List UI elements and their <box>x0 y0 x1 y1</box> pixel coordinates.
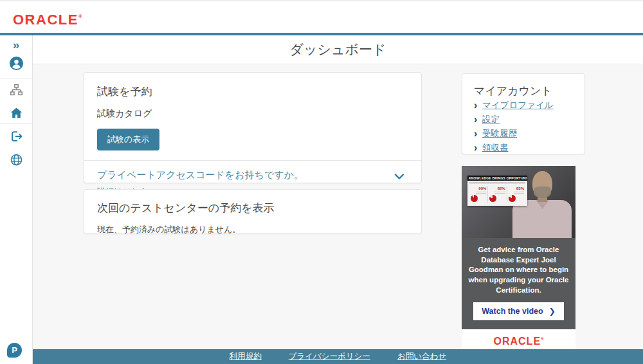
promo-message: Get advice from Oracle Database Expert J… <box>462 238 575 295</box>
home-icon[interactable] <box>0 106 32 120</box>
appointments-card: 次回のテストセンターの予約を表示 現在、予約済みの試験はありません。 <box>84 189 422 234</box>
content-area: 試験を予約 試験カタログ 試験の表示 プライベートアクセスコードをお持ちですか。… <box>33 64 643 349</box>
appointments-title: 次回のテストセンターの予約を表示 <box>97 201 408 215</box>
my-account-link-row[interactable]: › 受験履歴 <box>474 127 573 141</box>
slide-stat-column: 90% <box>469 186 487 203</box>
slide-title: KNOWLEDGE BRINGS OPPORTUNITY <box>467 176 527 181</box>
sitemap-icon[interactable] <box>0 83 32 96</box>
book-exam-card: 試験を予約 試験カタログ 試験の表示 プライベートアクセスコードをお持ちですか。… <box>84 72 422 183</box>
my-account-link-row[interactable]: › 領収書 <box>474 141 573 155</box>
stat-caption-line <box>476 192 486 192</box>
stat-caption-line <box>514 192 524 192</box>
appointments-empty-message: 現在、予約済みの試験はありません。 <box>97 224 408 235</box>
my-profile-link[interactable]: マイプロファイル <box>482 100 554 111</box>
stat-value: 83% <box>509 187 524 191</box>
slide-subtext-lines <box>469 182 525 185</box>
sidebar-expand-icon[interactable]: » <box>0 38 32 52</box>
my-account-link-row[interactable]: › マイプロファイル <box>474 98 573 113</box>
slide-stats-row: 90% 82% <box>469 186 525 203</box>
logout-icon[interactable] <box>0 129 32 143</box>
presenter-beard <box>534 187 551 198</box>
sidebar-divider <box>0 78 32 78</box>
my-account-card: マイアカウント › マイプロファイル › 設定 › 受験履歴 › 領収書 <box>462 73 585 154</box>
my-account-link-row[interactable]: › 設定 <box>474 113 573 127</box>
sidebar: » P <box>0 35 33 364</box>
slide-stat-column: 82% <box>487 186 506 203</box>
registered-mark: ® <box>541 337 543 341</box>
pie-chart-icon <box>509 195 516 202</box>
oracle-logo: ORACLE® <box>13 9 82 28</box>
privacy-policy-link[interactable]: プライバシーポリシー <box>289 351 370 362</box>
stat-caption-line <box>476 193 486 194</box>
main-area: ダッシュボード 試験を予約 試験カタログ 試験の表示 プライベートアクセスコード… <box>33 35 643 364</box>
promo-oracle-logo: ORACLE® <box>462 329 575 349</box>
stat-caption-line <box>494 192 505 192</box>
stat-value: 82% <box>489 187 505 191</box>
sidebar-divider <box>0 123 32 124</box>
page-title: ダッシュボード <box>33 35 643 64</box>
video-promo-banner[interactable]: KNOWLEDGE BRINGS OPPORTUNITY 90% 82% <box>462 166 575 353</box>
chevron-right-icon: › <box>474 141 482 154</box>
slide-stat-column: 83% <box>507 186 525 203</box>
view-exams-button[interactable]: 試験の表示 <box>97 129 159 150</box>
pearson-logo[interactable]: P <box>7 343 22 358</box>
watch-video-button[interactable]: Watch the video❯ <box>473 302 563 320</box>
profile-icon[interactable] <box>0 56 32 71</box>
exam-catalog-label: 試験カタログ <box>97 108 408 120</box>
receipts-link[interactable]: 領収書 <box>482 142 509 154</box>
presentation-slide: KNOWLEDGE BRINGS OPPORTUNITY 90% 82% <box>467 176 527 206</box>
globe-icon[interactable] <box>0 153 32 167</box>
stat-value: 90% <box>471 187 486 191</box>
dashboard-page: ORACLE® » P ダッシュボード 試験を予約 試験カタログ <box>0 0 643 364</box>
book-exam-title: 試験を予約 <box>97 84 408 99</box>
stat-caption-line <box>494 193 505 194</box>
exam-history-link[interactable]: 受験履歴 <box>482 128 517 140</box>
watch-video-label: Watch the video <box>482 307 543 316</box>
footer: 利用規約 プライバシーポリシー お問い合わせ <box>33 349 643 364</box>
chevron-down-icon[interactable] <box>394 170 404 182</box>
stat-caption-line <box>514 193 524 194</box>
oracle-logo-text: ORACLE <box>13 12 78 28</box>
terms-link[interactable]: 利用規約 <box>230 351 262 362</box>
contact-link[interactable]: お問い合わせ <box>397 351 446 362</box>
top-header: ORACLE® <box>0 1 643 33</box>
my-account-title: マイアカウント <box>474 84 573 98</box>
video-thumbnail[interactable]: KNOWLEDGE BRINGS OPPORTUNITY 90% 82% <box>462 166 575 238</box>
chevron-right-icon: › <box>474 99 482 112</box>
promo-oracle-text: ORACLE <box>494 336 541 347</box>
chevron-right-icon: › <box>474 127 482 140</box>
private-access-question: プライベートアクセスコードをお持ちですか。 <box>97 169 303 181</box>
settings-link[interactable]: 設定 <box>482 114 500 125</box>
registered-mark: ® <box>78 14 82 19</box>
pie-chart-icon <box>489 195 496 202</box>
watch-button-wrap: Watch the video❯ <box>462 295 575 329</box>
pie-chart-icon <box>471 195 478 202</box>
chevron-right-icon: ❯ <box>549 307 556 316</box>
chevron-right-icon: › <box>474 113 482 126</box>
